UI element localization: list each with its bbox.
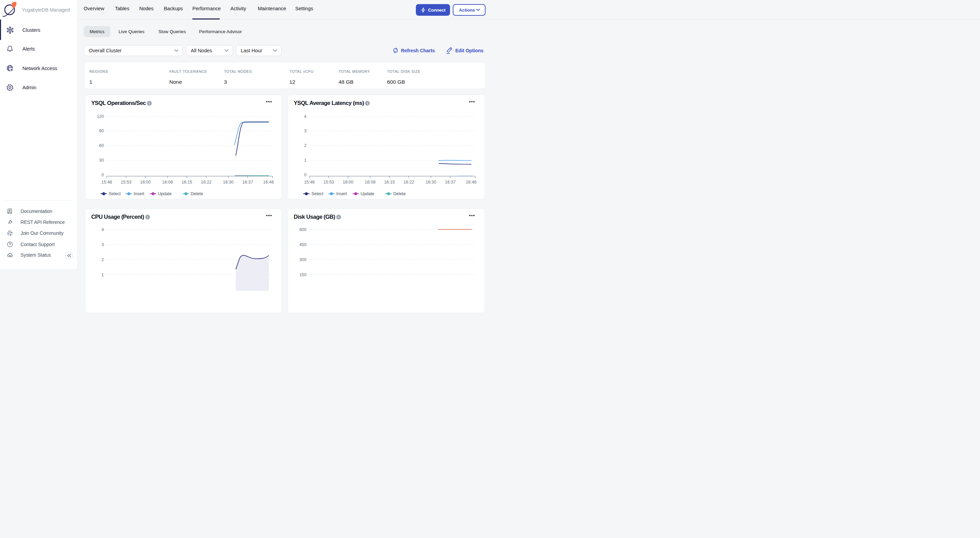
svg-text:Insert: Insert [134,191,145,196]
svg-text:16:00: 16:00 [343,180,353,185]
svg-text:Delete: Delete [191,191,203,196]
svg-text:4: 4 [102,227,104,232]
svg-text:16:46: 16:46 [466,180,476,185]
svg-text:Select: Select [109,191,121,196]
svg-text:16:30: 16:30 [223,180,233,185]
svg-text:15:46: 15:46 [304,180,314,185]
svg-text:Delete: Delete [393,191,406,196]
svg-text:Update: Update [361,191,374,196]
svg-text:90: 90 [99,129,104,133]
svg-text:16:22: 16:22 [201,180,212,185]
svg-text:16:15: 16:15 [181,180,192,185]
svg-text:16:37: 16:37 [445,180,455,185]
svg-text:15:53: 15:53 [121,180,131,185]
svg-text:Select: Select [311,191,323,196]
svg-text:16:46: 16:46 [263,180,274,185]
svg-text:4: 4 [304,114,307,119]
svg-text:16:37: 16:37 [242,180,253,185]
svg-text:450: 450 [299,242,307,247]
svg-text:1: 1 [304,158,307,163]
svg-text:2: 2 [304,143,307,148]
svg-text:600: 600 [299,227,307,232]
svg-text:16:08: 16:08 [162,180,173,185]
svg-text:15:53: 15:53 [323,180,334,185]
svg-text:16:22: 16:22 [403,180,414,185]
svg-text:Insert: Insert [336,191,347,196]
svg-text:16:30: 16:30 [425,180,436,185]
svg-text:2: 2 [102,257,104,262]
svg-text:Update: Update [158,191,172,196]
svg-text:16:08: 16:08 [364,180,375,185]
svg-text:3: 3 [304,129,307,133]
svg-text:15:46: 15:46 [102,180,112,185]
svg-text:16:15: 16:15 [384,180,395,185]
svg-text:30: 30 [99,158,104,163]
svg-text:60: 60 [99,143,104,148]
svg-text:120: 120 [97,114,104,119]
svg-text:16:00: 16:00 [140,180,151,185]
svg-text:0: 0 [304,173,307,177]
svg-text:3: 3 [102,242,104,247]
svg-text:300: 300 [299,257,307,262]
svg-text:0: 0 [102,173,104,177]
